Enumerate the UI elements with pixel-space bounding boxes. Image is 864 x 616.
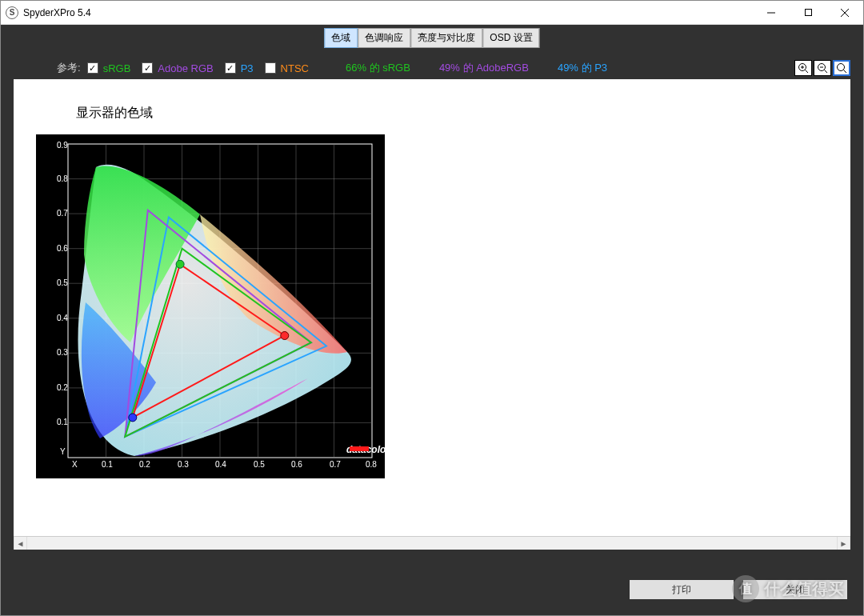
maximize-button[interactable] (790, 1, 826, 24)
close-button[interactable] (826, 1, 863, 24)
checkbox-adobergb[interactable] (142, 62, 153, 74)
app-window: S SpyderXPro 5.4 色域 色调响应 亮度与对比度 OSD 设置 参… (0, 0, 864, 616)
horizontal-scrollbar[interactable]: ◄ ► (14, 536, 850, 550)
svg-text:0.5: 0.5 (57, 278, 68, 287)
svg-line-12 (844, 70, 847, 74)
svg-text:0.7: 0.7 (330, 460, 341, 469)
tab-gamut[interactable]: 色域 (324, 28, 358, 48)
svg-line-5 (806, 70, 809, 74)
bottom-bar: 打印 关闭 (630, 580, 847, 599)
window-title: SpyderXPro 5.4 (23, 7, 753, 18)
gamut-chart: datacolor 0.10.20.30.40.50.60.70.80.9 0.… (36, 134, 385, 478)
zoom-out-icon (816, 62, 829, 74)
svg-text:0.6: 0.6 (291, 460, 302, 469)
minimize-button[interactable] (753, 1, 790, 24)
svg-text:0.5: 0.5 (254, 460, 265, 469)
stat-adobergb: 49% 的 AdobeRGB (439, 61, 529, 75)
window-controls (753, 1, 863, 24)
reference-bar: 参考: sRGB Adobe RGB P3 NTSC 66% 的 sRGB 49… (57, 60, 850, 76)
checkbox-ntsc[interactable] (265, 62, 276, 74)
maximize-icon (804, 8, 813, 17)
zoom-in-icon (797, 62, 810, 74)
svg-text:0.3: 0.3 (178, 460, 189, 469)
stat-p3: 49% 的 P3 (558, 61, 607, 75)
svg-point-11 (838, 64, 845, 71)
svg-text:0.8: 0.8 (366, 460, 377, 469)
zoom-fit-icon (835, 62, 848, 74)
svg-text:0.3: 0.3 (57, 348, 68, 357)
close-window-button[interactable]: 关闭 (743, 580, 847, 599)
svg-text:0.7: 0.7 (57, 209, 68, 218)
spectral-locus (78, 165, 350, 456)
checkbox-p3[interactable] (225, 62, 236, 74)
svg-rect-1 (805, 10, 811, 16)
titlebar: S SpyderXPro 5.4 (1, 1, 863, 25)
svg-text:0.4: 0.4 (215, 460, 226, 469)
close-icon (840, 8, 850, 18)
svg-text:0.2: 0.2 (57, 383, 68, 392)
svg-text:0.9: 0.9 (57, 141, 68, 150)
client-area: 色域 色调响应 亮度与对比度 OSD 设置 参考: sRGB Adobe RGB… (1, 25, 863, 615)
reference-label: 参考: (57, 61, 81, 75)
brand-swatch (350, 446, 369, 451)
tab-tonecurve[interactable]: 色调响应 (358, 28, 410, 48)
zoom-tools (794, 60, 850, 76)
svg-text:0.2: 0.2 (139, 460, 150, 469)
checkbox-srgb[interactable] (87, 62, 98, 74)
svg-line-9 (825, 70, 828, 74)
hscroll-left-arrow[interactable]: ◄ (14, 537, 27, 550)
svg-text:0.1: 0.1 (57, 418, 68, 426)
stat-srgb: 66% 的 sRGB (346, 61, 410, 75)
hscroll-right-arrow[interactable]: ► (837, 537, 850, 550)
ref-p3: P3 (241, 62, 254, 74)
zoom-out-button[interactable] (814, 60, 831, 76)
content-panel: 显示器的色域 (14, 79, 850, 550)
tab-osd[interactable]: OSD 设置 (482, 28, 539, 48)
svg-text:0.1: 0.1 (102, 460, 113, 469)
ref-srgb: sRGB (103, 62, 131, 74)
print-button[interactable]: 打印 (630, 580, 734, 599)
svg-text:0.6: 0.6 (57, 244, 68, 253)
zoom-fit-button[interactable] (833, 60, 850, 76)
svg-point-29 (281, 332, 289, 340)
y-axis-label: Y (60, 447, 66, 456)
chart-title: 显示器的色域 (76, 105, 828, 122)
svg-text:0.8: 0.8 (57, 174, 68, 183)
ref-ntsc: NTSC (281, 62, 309, 74)
svg-point-31 (129, 414, 137, 422)
svg-text:0.4: 0.4 (57, 314, 68, 322)
tab-strip: 色域 色调响应 亮度与对比度 OSD 设置 (324, 28, 539, 48)
x-axis-label: X (72, 460, 78, 469)
content-scroll[interactable]: 显示器的色域 (14, 79, 850, 550)
gamut-chart-svg: datacolor 0.10.20.30.40.50.60.70.80.9 0.… (36, 134, 385, 478)
svg-point-30 (176, 260, 184, 268)
minimize-icon (766, 8, 776, 18)
ref-adobergb: Adobe RGB (158, 62, 213, 74)
tab-brightcon[interactable]: 亮度与对比度 (410, 28, 482, 48)
zoom-in-button[interactable] (794, 60, 812, 76)
app-icon: S (6, 6, 18, 19)
